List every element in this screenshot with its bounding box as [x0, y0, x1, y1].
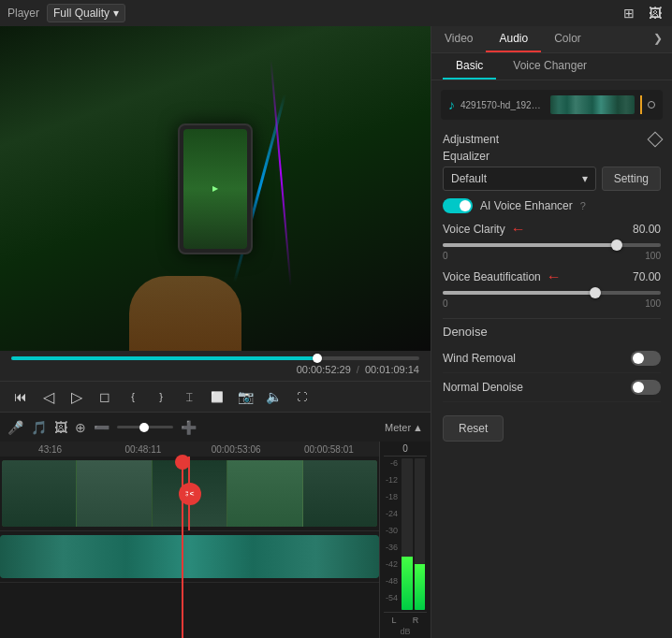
right-tabs: Video Audio Color ❯ — [431, 26, 672, 53]
scale-7: -48 — [386, 576, 400, 593]
ruler-mark-4: 00:00:58:01 — [283, 444, 375, 455]
scale-6: -42 — [386, 559, 400, 576]
voice-beautification-title: Voice Beautification ← — [443, 268, 562, 285]
add-track-icon[interactable]: ⊕ — [75, 420, 86, 435]
minus-icon[interactable]: ➖ — [94, 420, 110, 435]
play-button[interactable]: ▷ — [67, 387, 86, 406]
timeline-ruler: 43:16 00:48:11 00:00:53:06 00:00:58:01 — [0, 442, 379, 457]
music-icon[interactable]: 🎵 — [31, 420, 47, 435]
zoom-handle[interactable] — [139, 423, 149, 432]
help-icon[interactable]: ? — [580, 200, 586, 211]
split-button[interactable]: ⌶ — [180, 387, 198, 406]
quality-chevron: ▾ — [113, 7, 119, 20]
adjustment-title: Adjustment — [443, 133, 499, 146]
progress-fill — [11, 356, 317, 360]
subtab-basic[interactable]: Basic — [443, 53, 496, 80]
ai-voice-enhancer-toggle[interactable] — [443, 198, 473, 213]
main-layout: ▶ 00:00:52:29 / 00:01:09:14 — [0, 26, 672, 638]
timeline-toolbar: 🎤 🎵 🖼 ⊕ ➖ ➕ Meter ▲ — [0, 412, 431, 442]
normal-denoise-row: Normal Denoise — [443, 373, 661, 402]
audio-file-icon: ♪ — [448, 97, 455, 112]
denoise-section: Denoise Wind Removal Normal Denoise — [443, 318, 661, 402]
time-display: 00:00:52:29 / 00:01:09:14 — [11, 364, 419, 375]
subtab-voice-changer[interactable]: Voice Changer — [500, 53, 600, 80]
fullscreen-button[interactable]: ⛶ — [292, 387, 311, 406]
ruler-mark-2: 00:48:11 — [96, 444, 189, 455]
tab-more[interactable]: ❯ — [644, 26, 672, 52]
eq-row: Default ▾ Setting — [443, 167, 661, 191]
playhead — [182, 457, 183, 530]
adjustment-row: Adjustment — [443, 125, 661, 150]
ai-voice-enhancer-row: AI Voice Enhancer ? — [443, 198, 661, 213]
image-view-icon[interactable]: 🖼 — [646, 4, 665, 22]
playhead-line — [188, 457, 190, 530]
voice-beautification-range: 0 100 — [443, 298, 661, 309]
audio-waveform — [550, 95, 635, 114]
mark-in-button[interactable]: { — [124, 387, 142, 406]
wind-removal-toggle[interactable] — [631, 351, 661, 366]
diamond-icon — [648, 132, 664, 148]
meter-label: Meter ▲ — [385, 422, 423, 433]
audio-circle — [648, 101, 655, 109]
top-bar: Player Full Quality ▾ ⊞ 🖼 — [0, 0, 672, 26]
ruler-mark-3: 00:00:53:06 — [190, 444, 283, 455]
scale-1: -12 — [386, 475, 400, 492]
mic-icon[interactable]: 🎤 — [7, 420, 23, 435]
zoom-slider[interactable] — [117, 426, 173, 428]
skip-back-button[interactable]: ⏮ — [11, 387, 30, 406]
meter-bar-left — [402, 458, 413, 610]
voice-beautification-track[interactable] — [443, 291, 661, 295]
meter-R: R — [413, 616, 419, 625]
video-track[interactable]: ✂ — [0, 457, 379, 531]
camera-button[interactable]: 📷 — [236, 387, 255, 406]
wind-removal-knob — [633, 353, 644, 364]
normal-denoise-toggle[interactable] — [631, 380, 661, 395]
audio-button[interactable]: 🔈 — [264, 387, 283, 406]
meter-panel: 0 -6 -12 -18 -24 -30 -36 -42 -48 -54 — [379, 442, 431, 638]
sticker-icon[interactable]: 🖼 — [54, 420, 67, 435]
tab-audio[interactable]: Audio — [486, 26, 541, 52]
voice-clarity-value: 80.00 — [633, 223, 661, 236]
meter-bars: -6 -12 -18 -24 -30 -36 -42 -48 -54 — [384, 457, 427, 612]
plus-icon[interactable]: ➕ — [181, 420, 197, 435]
audio-file-card: ♪ 4291570-hd_1920_10... — [441, 90, 663, 120]
audio-track-row[interactable] — [0, 531, 379, 583]
voice-beautification-arrow: ← — [547, 268, 562, 285]
scale-5: -36 — [386, 543, 400, 559]
progress-handle[interactable] — [313, 354, 322, 363]
voice-beautification-fill — [443, 291, 595, 295]
voice-beautification-section: Voice Beautification ← 70.00 0 100 — [443, 268, 661, 309]
player-label: Player — [7, 7, 39, 20]
audio-subtabs: Basic Voice Changer — [431, 53, 672, 80]
stop-button[interactable]: ◻ — [95, 387, 114, 406]
scale-4: -30 — [386, 526, 400, 543]
grid-view-icon[interactable]: ⊞ — [620, 4, 638, 22]
audio-cursor — [640, 95, 642, 114]
time-separator: / — [357, 364, 359, 375]
eq-value: Default — [451, 172, 487, 185]
voice-clarity-title: Voice Clarity ← — [443, 221, 526, 238]
voice-clarity-header: Voice Clarity ← 80.00 — [443, 221, 661, 238]
equalizer-label: Equalizer — [443, 150, 489, 163]
timeline-area: 43:16 00:48:11 00:00:53:06 00:00:58:01 — [0, 442, 431, 638]
voice-clarity-handle[interactable] — [611, 239, 622, 251]
eq-dropdown[interactable]: Default ▾ — [443, 167, 596, 191]
scale-8: -54 — [386, 593, 400, 610]
progress-bar[interactable] — [11, 356, 419, 360]
quality-label: Full Quality — [53, 7, 110, 20]
screen-button[interactable]: ⬜ — [208, 387, 226, 406]
progress-area: 00:00:52:29 / 00:01:09:14 — [0, 351, 431, 381]
reset-button[interactable]: Reset — [443, 415, 504, 442]
mark-out-button[interactable]: } — [152, 387, 170, 406]
current-time: 00:00:52:29 — [297, 364, 351, 375]
setting-button[interactable]: Setting — [602, 167, 661, 191]
voice-beautification-handle[interactable] — [590, 287, 601, 298]
step-back-button[interactable]: ◁ — [39, 387, 58, 406]
meter-header: 0 — [384, 442, 427, 457]
tab-color[interactable]: Color — [541, 26, 594, 52]
voice-clarity-track[interactable] — [443, 243, 661, 247]
meter-scale: -6 -12 -18 -24 -30 -36 -42 -48 -54 — [386, 458, 400, 610]
quality-dropdown[interactable]: Full Quality ▾ — [47, 4, 125, 22]
tab-video[interactable]: Video — [431, 26, 486, 52]
timeline-tracks[interactable]: 43:16 00:48:11 00:00:53:06 00:00:58:01 — [0, 442, 379, 638]
